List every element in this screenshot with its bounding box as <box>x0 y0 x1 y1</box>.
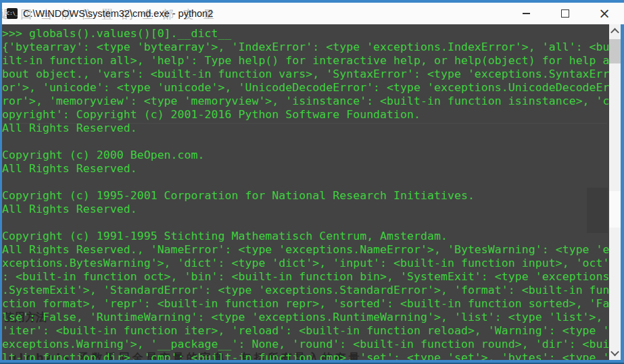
terminal-line: All Rights Reserved. <box>2 162 609 176</box>
minimize-icon <box>523 13 530 14</box>
terminal-line: 'iter': <built-in function iter>, 'reloa… <box>2 324 609 338</box>
terminal-line <box>2 216 609 230</box>
terminal-line: All Rights Reserved., 'NameError': <type… <box>2 243 609 257</box>
terminal-line: >>> globals().values()[0].__dict__ <box>2 27 609 41</box>
minimize-button[interactable] <box>506 3 546 24</box>
terminal-line: ction format>, 'repr': <built-in functio… <box>2 297 609 311</box>
scrollbar-track-highlight <box>609 191 621 228</box>
chevron-down-icon <box>610 348 619 357</box>
terminal-line: xceptions.BytesWarning'>, 'dict': <type … <box>2 257 609 270</box>
terminal-line: .SystemExit'>, 'StandardError': <type 'e… <box>2 284 609 297</box>
close-button[interactable]: × <box>585 3 624 24</box>
terminal-line: exceptions.Warning'>, '__package__': Non… <box>2 338 609 351</box>
terminal-line: All Rights Reserved. <box>2 122 609 135</box>
maximize-icon <box>561 9 569 18</box>
terminal-line: ror'>, 'memoryview': <type 'memoryview'>… <box>2 95 609 108</box>
maximize-button[interactable] <box>546 3 585 24</box>
cmd-icon: C:\_ <box>7 8 18 19</box>
terminal-line: opyright': Copyright (c) 2001-2016 Pytho… <box>2 108 609 122</box>
chevron-up-icon <box>610 28 619 37</box>
window-titlebar[interactable]: 返回当前位置的全部变量 C:\_ C:\WINDOWS\system32\cmd… <box>0 3 624 24</box>
terminal-line: : <built-in function oct>, 'bin': <built… <box>2 270 609 284</box>
terminal-line: All Rights Reserved. <box>2 203 609 216</box>
terminal-line: Copyright (c) 1991-1995 Stichting Mathem… <box>2 230 609 243</box>
close-icon: × <box>598 7 610 21</box>
window-border-left <box>0 3 2 364</box>
terminal-line: Copyright (c) 1995-2001 Corporation for … <box>2 189 609 203</box>
terminal-line: or'>, 'unicode': <type 'unicode'>, 'Unic… <box>2 81 609 95</box>
terminal-line: lse': False, 'RuntimeWarning': <type 'ex… <box>2 311 609 324</box>
window-title: C:\WINDOWS\system32\cmd.exe - python2 <box>23 3 213 24</box>
terminal-line: Copyright (c) 2000 BeOpen.com. <box>2 149 609 162</box>
console-area[interactable]: 使用方法 globals 函数返回全局变量的字典，包括所有导入的变量 >>> g… <box>2 24 609 364</box>
terminal-line <box>2 135 609 149</box>
terminal-line <box>2 176 609 189</box>
terminal-line: {'bytearray': <type 'bytearray'>, 'Index… <box>2 41 609 54</box>
window-border-top <box>0 0 624 3</box>
scroll-down-button[interactable] <box>609 347 621 359</box>
scroll-up-button[interactable] <box>609 26 621 37</box>
caption-buttons: × <box>506 3 624 24</box>
vertical-scrollbar[interactable] <box>609 24 621 364</box>
scrollbar-thumb[interactable] <box>609 39 621 63</box>
terminal-output: >>> globals().values()[0].__dict__{'byte… <box>2 27 609 364</box>
window-border-right <box>621 24 624 364</box>
terminal-line: bout object., 'vars': <built-in function… <box>2 68 609 81</box>
terminal-line: ilt-in function all>, 'help': Type help(… <box>2 54 609 68</box>
